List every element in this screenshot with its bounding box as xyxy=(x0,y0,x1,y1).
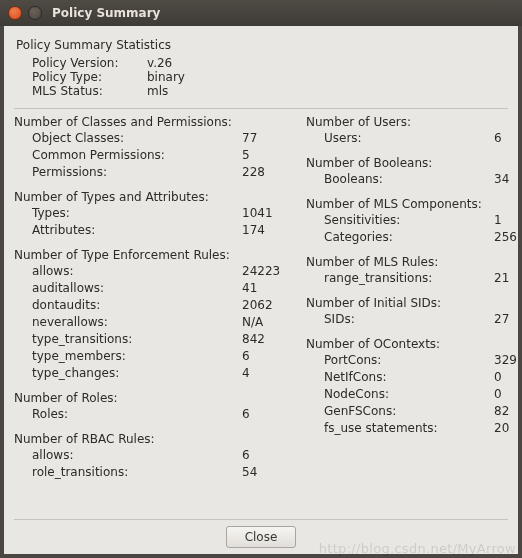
stat-section: Number of MLS Rules:range_transitions:21 xyxy=(306,255,522,288)
stat-label: Booleans: xyxy=(324,172,494,186)
stat-label: type_changes: xyxy=(32,366,242,380)
stat-section: Number of Booleans:Booleans:34 xyxy=(306,156,522,189)
stat-label: Attributes: xyxy=(32,223,242,237)
stat-value: 24223 xyxy=(242,264,292,278)
stat-row: NodeCons:0 xyxy=(324,387,522,404)
section-heading: Number of Users: xyxy=(306,115,522,129)
summary-value: v.26 xyxy=(147,56,172,70)
stat-label: type_members: xyxy=(32,349,242,363)
stat-row: Roles:6 xyxy=(32,407,292,424)
stat-label: Common Permissions: xyxy=(32,148,242,162)
stat-value: 41 xyxy=(242,281,292,295)
summary-label: Policy Type: xyxy=(32,70,147,84)
stat-label: neverallows: xyxy=(32,315,242,329)
minimize-window-icon[interactable] xyxy=(28,6,42,20)
stat-value: 6 xyxy=(242,407,292,421)
section-heading: Number of Type Enforcement Rules: xyxy=(14,248,292,262)
stat-section: Number of Classes and Permissions:Object… xyxy=(14,115,292,182)
dialog-footer: Close xyxy=(14,519,508,548)
stat-value: 5 xyxy=(242,148,292,162)
summary-rows: Policy Version:v.26Policy Type:binaryMLS… xyxy=(32,56,508,98)
stat-label: allows: xyxy=(32,264,242,278)
stat-value: 2062 xyxy=(242,298,292,312)
stat-label: Users: xyxy=(324,131,494,145)
stat-value: 6 xyxy=(242,349,292,363)
summary-label: MLS Status: xyxy=(32,84,147,98)
left-column: Number of Classes and Permissions:Object… xyxy=(14,115,306,519)
stat-value: 0 xyxy=(494,370,522,384)
stat-row: type_transitions:842 xyxy=(32,332,292,349)
section-heading: Number of Roles: xyxy=(14,391,292,405)
stat-row: Booleans:34 xyxy=(324,172,522,189)
stat-label: range_transitions: xyxy=(324,271,494,285)
stat-row: dontaudits:2062 xyxy=(32,298,292,315)
stat-label: NetIfCons: xyxy=(324,370,494,384)
stat-value: 20 xyxy=(494,421,522,435)
stat-row: Types:1041 xyxy=(32,206,292,223)
stat-row: PortCons:329 xyxy=(324,353,522,370)
summary-heading: Policy Summary Statistics xyxy=(16,38,508,52)
stat-label: dontaudits: xyxy=(32,298,242,312)
stat-label: PortCons: xyxy=(324,353,494,367)
section-heading: Number of OContexts: xyxy=(306,337,522,351)
stat-section: Number of Initial SIDs:SIDs:27 xyxy=(306,296,522,329)
stat-section: Number of Users:Users:6 xyxy=(306,115,522,148)
stat-value: 6 xyxy=(242,448,292,462)
stat-row: allows:6 xyxy=(32,448,292,465)
stat-section: Number of Roles:Roles:6 xyxy=(14,391,292,424)
stat-section: Number of RBAC Rules:allows:6role_transi… xyxy=(14,432,292,482)
stat-label: fs_use statements: xyxy=(324,421,494,435)
stat-label: Sensitivities: xyxy=(324,213,494,227)
stat-value: 54 xyxy=(242,465,292,479)
stat-row: Object Classes:77 xyxy=(32,131,292,148)
stat-value: 1041 xyxy=(242,206,292,220)
close-window-icon[interactable] xyxy=(8,6,22,20)
stat-value: N/A xyxy=(242,315,292,329)
stat-row: Users:6 xyxy=(324,131,522,148)
stat-row: type_changes:4 xyxy=(32,366,292,383)
stat-value: 228 xyxy=(242,165,292,179)
stat-value: 0 xyxy=(494,387,522,401)
stat-row: Common Permissions:5 xyxy=(32,148,292,165)
stat-value: 27 xyxy=(494,312,522,326)
close-button[interactable]: Close xyxy=(226,526,297,548)
stat-row: Permissions:228 xyxy=(32,165,292,182)
stat-section: Number of MLS Components:Sensitivities:1… xyxy=(306,197,522,247)
section-heading: Number of MLS Rules: xyxy=(306,255,522,269)
stat-section: Number of Type Enforcement Rules:allows:… xyxy=(14,248,292,383)
right-column: Number of Users:Users:6Number of Boolean… xyxy=(306,115,522,519)
stat-row: SIDs:27 xyxy=(324,312,522,329)
section-heading: Number of Types and Attributes: xyxy=(14,190,292,204)
stat-value: 82 xyxy=(494,404,522,418)
stat-row: Attributes:174 xyxy=(32,223,292,240)
summary-value: mls xyxy=(147,84,168,98)
stat-row: type_members:6 xyxy=(32,349,292,366)
dialog-content: Policy Summary Statistics Policy Version… xyxy=(4,26,518,554)
stat-label: NodeCons: xyxy=(324,387,494,401)
stat-value: 21 xyxy=(494,271,522,285)
stat-value: 256 xyxy=(494,230,522,244)
stat-label: auditallows: xyxy=(32,281,242,295)
stat-label: Roles: xyxy=(32,407,242,421)
window-buttons xyxy=(8,6,42,20)
stat-value: 6 xyxy=(494,131,522,145)
stat-row: auditallows:41 xyxy=(32,281,292,298)
stat-value: 174 xyxy=(242,223,292,237)
section-heading: Number of Classes and Permissions: xyxy=(14,115,292,129)
window-title: Policy Summary xyxy=(52,6,160,20)
stat-label: allows: xyxy=(32,448,242,462)
stat-value: 77 xyxy=(242,131,292,145)
section-heading: Number of MLS Components: xyxy=(306,197,522,211)
stat-row: allows:24223 xyxy=(32,264,292,281)
stat-row: fs_use statements:20 xyxy=(324,421,522,438)
stat-value: 1 xyxy=(494,213,522,227)
stat-row: Sensitivities:1 xyxy=(324,213,522,230)
stat-label: Types: xyxy=(32,206,242,220)
section-heading: Number of Initial SIDs: xyxy=(306,296,522,310)
separator xyxy=(14,108,508,109)
stat-value: 842 xyxy=(242,332,292,346)
stat-label: type_transitions: xyxy=(32,332,242,346)
stat-row: range_transitions:21 xyxy=(324,271,522,288)
stat-value: 34 xyxy=(494,172,522,186)
stat-row: GenFSCons:82 xyxy=(324,404,522,421)
